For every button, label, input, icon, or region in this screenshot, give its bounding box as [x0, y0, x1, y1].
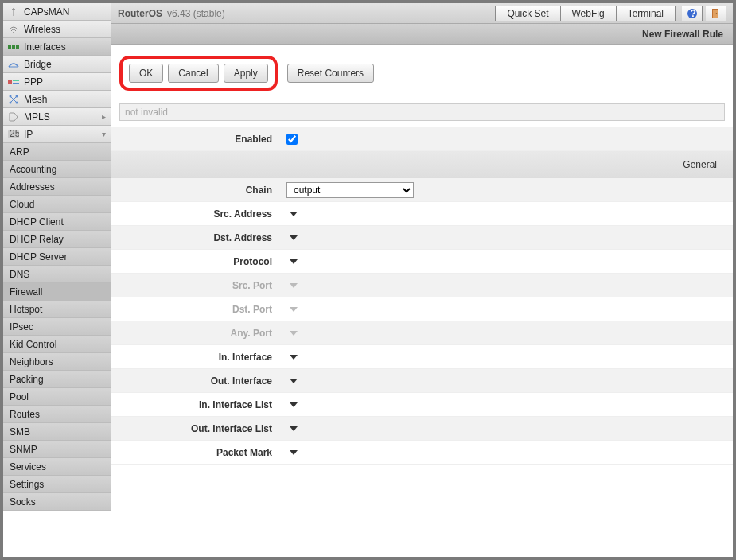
sidebar-item-label: Addresses: [10, 181, 55, 192]
expand-icon[interactable]: [290, 235, 298, 240]
sidebar-item-label: IP: [24, 129, 33, 140]
webfig-button[interactable]: WebFig: [561, 6, 617, 21]
sidebar-item-label: PPP: [24, 76, 43, 88]
sidebar-subitem-dhcp-client[interactable]: DHCP Client: [3, 213, 111, 231]
sidebar-item-ppp[interactable]: PPP: [3, 73, 111, 91]
page-header: New Firewall Rule: [111, 24, 733, 45]
sidebar-subitem-routes[interactable]: Routes: [3, 406, 111, 423]
field-src-port: Src. Port: [111, 274, 733, 298]
tag-icon: [8, 111, 19, 122]
sidebar-subitem-arp[interactable]: ARP: [3, 143, 111, 161]
sidebar-subitem-packing[interactable]: Packing: [3, 371, 111, 388]
sidebar-subitem-hotspot[interactable]: Hotspot: [3, 301, 111, 318]
svg-text:255: 255: [10, 130, 19, 138]
chain-select[interactable]: output: [286, 182, 414, 198]
sidebar-item-label: DHCP Relay: [10, 234, 64, 245]
sidebar-item-interfaces[interactable]: Interfaces: [3, 38, 111, 56]
button-label: OK: [139, 68, 153, 79]
field-dst-port: Dst. Port: [111, 298, 733, 321]
sidebar-item-label: Pool: [10, 391, 29, 402]
sidebar-subitem-socks[interactable]: Socks: [3, 493, 111, 511]
sidebar-item-label: Services: [10, 461, 46, 472]
sidebar-item-mpls[interactable]: MPLS▸: [3, 108, 111, 126]
sidebar-item-label: Wireless: [24, 24, 60, 35]
sidebar-subitem-firewall[interactable]: Firewall: [3, 283, 111, 301]
field-label: Src. Address: [111, 208, 286, 220]
cancel-button[interactable]: Cancel: [168, 64, 218, 83]
sidebar-item-capsman[interactable]: CAPsMAN: [3, 3, 111, 21]
enabled-checkbox[interactable]: [286, 134, 298, 145]
sidebar-subitem-ipsec[interactable]: IPsec: [3, 318, 111, 336]
sidebar-subitem-settings[interactable]: Settings: [3, 476, 111, 493]
expand-icon[interactable]: [290, 212, 298, 216]
sidebar-subitem-smb[interactable]: SMB: [3, 423, 111, 441]
ppp-icon: [8, 76, 19, 88]
sidebar-subitem-snmp[interactable]: SNMP: [3, 441, 111, 458]
field-dst-address: Dst. Address: [111, 226, 733, 250]
bridge-icon: [8, 59, 19, 70]
expand-icon[interactable]: [290, 259, 298, 264]
sidebar-item-label: SNMP: [10, 444, 37, 455]
sidebar-item-label: Interfaces: [24, 41, 66, 52]
door-icon: [711, 8, 722, 19]
sidebar-subitem-addresses[interactable]: Addresses: [3, 178, 111, 196]
quickset-button[interactable]: Quick Set: [495, 6, 560, 21]
expand-icon: [290, 307, 298, 312]
reset-counters-button[interactable]: Reset Counters: [287, 64, 374, 83]
expand-icon: [290, 331, 298, 336]
sidebar-item-label: Bridge: [24, 59, 52, 70]
status-bar: not invalid: [119, 103, 725, 121]
sidebar-item-ip[interactable]: 255IP▾: [3, 126, 111, 143]
sidebar-subitem-dns[interactable]: DNS: [3, 266, 111, 283]
logout-button[interactable]: [706, 6, 726, 21]
expand-icon[interactable]: [290, 379, 298, 383]
field-out-interface: Out. Interface: [111, 369, 733, 393]
page-title: New Firewall Rule: [642, 29, 723, 40]
expand-icon[interactable]: [290, 450, 298, 455]
sidebar-item-label: ARP: [10, 146, 29, 158]
sidebar-subitem-neighbors[interactable]: Neighbors: [3, 353, 111, 371]
svg-point-0: [13, 32, 14, 33]
sidebar-subitem-dhcp-server[interactable]: DHCP Server: [3, 248, 111, 266]
app-title: RouterOS: [118, 8, 162, 19]
button-label: Terminal: [628, 8, 664, 19]
field-label: In. Interface List: [111, 399, 286, 410]
field-any-port: Any. Port: [111, 321, 733, 345]
sidebar-item-label: Settings: [10, 479, 44, 490]
field-chain: Chain output: [111, 178, 733, 202]
field-label: Dst. Port: [111, 304, 286, 315]
button-label: Reset Counters: [298, 68, 364, 79]
field-label: Out. Interface: [111, 375, 286, 387]
sidebar-subitem-pool[interactable]: Pool: [3, 388, 111, 406]
highlight-box: OK Cancel Apply: [119, 56, 278, 91]
svg-rect-1: [8, 45, 11, 49]
help-icon: ?: [687, 8, 698, 19]
sidebar-item-label: Hotspot: [10, 304, 42, 315]
sidebar-subitem-accounting[interactable]: Accounting: [3, 161, 111, 178]
terminal-button[interactable]: Terminal: [617, 6, 676, 21]
sidebar-item-mesh[interactable]: Mesh: [3, 91, 111, 108]
sidebar-item-bridge[interactable]: Bridge: [3, 56, 111, 73]
help-button[interactable]: ?: [682, 6, 703, 21]
sidebar-subitem-services[interactable]: Services: [3, 458, 111, 476]
expand-icon[interactable]: [290, 355, 298, 360]
app-version: v6.43 (stable): [167, 8, 225, 19]
sidebar-item-label: Packing: [10, 374, 44, 385]
field-label: Out. Interface List: [111, 423, 286, 434]
apply-button[interactable]: Apply: [224, 64, 268, 83]
expand-icon[interactable]: [290, 402, 298, 407]
field-enabled: Enabled: [111, 127, 733, 151]
sidebar-item-wireless[interactable]: Wireless: [3, 21, 111, 38]
field-label: Protocol: [111, 256, 286, 267]
expand-icon[interactable]: [290, 426, 298, 431]
sidebar-subitem-cloud[interactable]: Cloud: [3, 196, 111, 213]
sidebar-item-label: IPsec: [10, 321, 33, 332]
sidebar-subitem-dhcp-relay[interactable]: DHCP Relay: [3, 231, 111, 248]
sidebar-item-label: Accounting: [10, 164, 56, 175]
button-label: Apply: [234, 68, 258, 79]
topbar: RouterOS v6.43 (stable) Quick Set WebFig…: [111, 3, 733, 24]
ok-button[interactable]: OK: [129, 64, 163, 83]
sidebar-subitem-kid-control[interactable]: Kid Control: [3, 336, 111, 353]
sidebar: CAPsMAN Wireless Interfaces Bridge PPP M…: [3, 3, 111, 557]
button-label: Cancel: [178, 68, 208, 79]
